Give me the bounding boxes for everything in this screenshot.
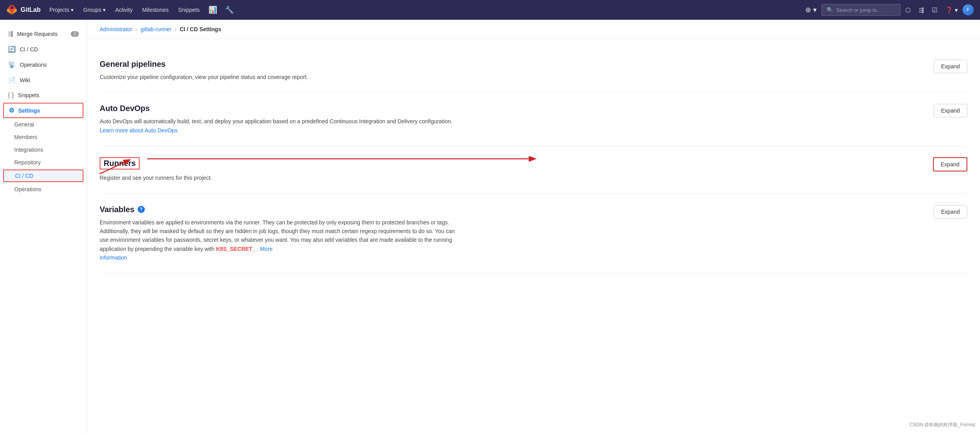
sidebar-sub-repository[interactable]: Repository bbox=[0, 156, 87, 169]
help-icon[interactable]: ❓ ▾ bbox=[942, 4, 961, 16]
todos-icon[interactable]: ☑ bbox=[929, 4, 940, 16]
plus-icon[interactable]: ⊕ ▾ bbox=[802, 3, 820, 17]
sidebar-sub-integrations[interactable]: Integrations bbox=[0, 143, 87, 156]
sidebar-item-ci-cd[interactable]: 🔄 CI / CD bbox=[0, 41, 87, 57]
search-icon: 🔍 bbox=[827, 7, 833, 13]
wrench-icon[interactable]: 🔧 bbox=[222, 3, 237, 17]
general-pipelines-section: General pipelines Customize your pipelin… bbox=[100, 49, 967, 93]
variables-section: Variables ? Environment variables are ap… bbox=[100, 194, 967, 274]
nav-milestones[interactable]: Milestones bbox=[138, 4, 173, 15]
variables-more-link[interactable]: More bbox=[260, 246, 272, 252]
auto-devops-expand-button[interactable]: Expand bbox=[934, 104, 967, 117]
auto-devops-learn-more-link[interactable]: Learn more about Auto DevOps bbox=[100, 127, 178, 134]
general-pipelines-body: General pipelines Customize your pipelin… bbox=[100, 60, 924, 81]
variables-expand-button[interactable]: Expand bbox=[934, 205, 967, 218]
breadcrumb-admin[interactable]: Administrator bbox=[100, 26, 132, 32]
sidebar-sub-ci-cd[interactable]: CI / CD bbox=[3, 169, 83, 182]
breadcrumb-runner[interactable]: gitlab-runner bbox=[140, 26, 172, 32]
sidebar-item-merge-requests[interactable]: ⇶ Merge Requests 0 bbox=[0, 26, 87, 41]
sidebar-item-operations[interactable]: 📡 Operations bbox=[0, 57, 87, 72]
sidebar-item-settings[interactable]: ⚙ Settings bbox=[3, 103, 83, 118]
general-pipelines-title: General pipelines bbox=[100, 60, 924, 69]
variables-title: Variables bbox=[100, 205, 134, 214]
variables-body: Variables ? Environment variables are ap… bbox=[100, 205, 924, 262]
sidebar-item-snippets[interactable]: { } Snippets bbox=[0, 88, 87, 103]
chart-icon[interactable]: 📊 bbox=[205, 3, 220, 17]
settings-icon: ⚙ bbox=[9, 107, 14, 114]
breadcrumb-current: CI / CD Settings bbox=[180, 26, 221, 32]
auto-devops-section: Auto DevOps Auto DevOps will automatical… bbox=[100, 93, 967, 146]
general-pipelines-desc: Customize your pipeline configuration, v… bbox=[100, 73, 456, 81]
k8s-secret-highlight: K8S_SECRET_ bbox=[216, 246, 255, 252]
snippets-icon: { } bbox=[8, 92, 14, 99]
main-content: Administrator › gitlab-runner › CI / CD … bbox=[87, 20, 980, 433]
ci-cd-icon: 🔄 bbox=[8, 45, 16, 53]
variables-desc: Environment variables are applied to env… bbox=[100, 218, 456, 262]
auto-devops-body: Auto DevOps Auto DevOps will automatical… bbox=[100, 104, 924, 135]
nav-projects[interactable]: Projects ▾ bbox=[45, 4, 78, 15]
sidebar-sub-members[interactable]: Members bbox=[0, 131, 87, 143]
user-avatar[interactable]: F bbox=[963, 4, 974, 15]
sidebar-sub-general[interactable]: General bbox=[0, 118, 87, 131]
watermark: CSDN @奔跑的程序猿_Forrest bbox=[910, 422, 975, 428]
nav-activity[interactable]: Activity bbox=[111, 4, 136, 15]
general-pipelines-expand-button[interactable]: Expand bbox=[934, 60, 967, 73]
runners-section: Runners Register and see your runners fo… bbox=[100, 146, 967, 194]
merge-requests-nav-icon[interactable]: ⇶ bbox=[916, 4, 927, 16]
runners-title: Runners bbox=[100, 157, 140, 169]
breadcrumb: Administrator › gitlab-runner › CI / CD … bbox=[87, 20, 980, 39]
nav-snippets[interactable]: Snippets bbox=[174, 4, 203, 15]
runners-expand-button[interactable]: Expand bbox=[933, 157, 967, 171]
merge-requests-badge: 0 bbox=[71, 31, 79, 37]
operations-icon: 📡 bbox=[8, 61, 16, 68]
top-navigation: GitLab Projects ▾ Groups ▾ Activity Mile… bbox=[0, 0, 980, 20]
variables-help-icon[interactable]: ? bbox=[138, 206, 145, 213]
variables-info-link[interactable]: information bbox=[100, 254, 127, 261]
settings-content: General pipelines Customize your pipelin… bbox=[87, 39, 980, 283]
issues-icon[interactable]: ⬡ bbox=[902, 4, 914, 16]
wiki-icon: 📄 bbox=[8, 76, 16, 84]
merge-requests-icon: ⇶ bbox=[8, 30, 13, 38]
auto-devops-title: Auto DevOps bbox=[100, 104, 924, 113]
runners-desc: Register and see your runners for this p… bbox=[100, 173, 456, 182]
gitlab-logo[interactable]: GitLab bbox=[6, 4, 41, 15]
runners-body: Runners Register and see your runners fo… bbox=[100, 157, 923, 182]
auto-devops-desc: Auto DevOps will automatically build, te… bbox=[100, 117, 456, 135]
variables-title-row: Variables ? bbox=[100, 205, 924, 214]
sidebar-item-wiki[interactable]: 📄 Wiki bbox=[0, 72, 87, 88]
search-bar[interactable]: 🔍 Search or jump to... bbox=[821, 4, 901, 16]
sidebar-sub-operations[interactable]: Operations bbox=[0, 183, 87, 196]
nav-groups[interactable]: Groups ▾ bbox=[79, 4, 110, 15]
sidebar: ⇶ Merge Requests 0 🔄 CI / CD 📡 Operation… bbox=[0, 20, 87, 433]
